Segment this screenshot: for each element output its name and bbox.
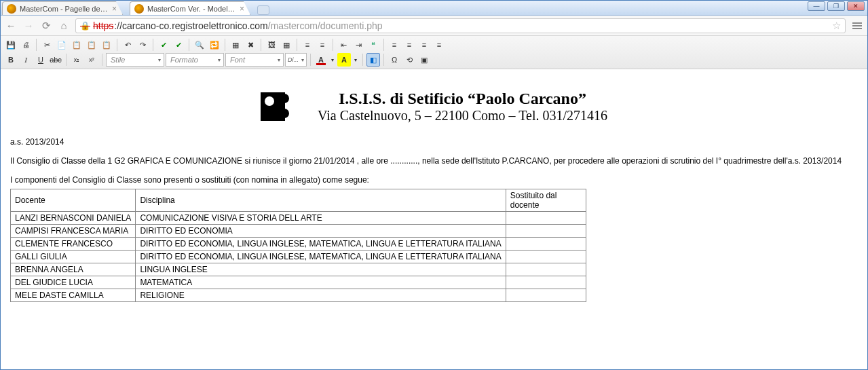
cell-disciplina: DIRITTO ED ECONOMIA	[136, 225, 506, 238]
align-left-icon[interactable]: ≡	[388, 38, 401, 52]
cut-icon[interactable]: ✂	[40, 38, 54, 52]
underline-button[interactable]: U	[34, 53, 48, 67]
col-docente: Docente	[11, 189, 136, 212]
url-domain: ://carcano-co.registroelettronico.com	[114, 20, 267, 31]
cell-disciplina: DIRITTO ED ECONOMIA, LINGUA INGLESE, MAT…	[136, 238, 506, 251]
bookmark-star-icon[interactable]: ☆	[832, 20, 841, 32]
spellcheck-toggle-icon[interactable]: ✔	[172, 38, 185, 52]
table-header-row: Docente Disciplina Sostituito dal docent…	[11, 189, 586, 212]
outdent-icon[interactable]: ⇤	[337, 38, 350, 52]
save-icon[interactable]: 💾	[4, 38, 18, 52]
tab-inactive[interactable]: MasterCom - Pagelle del Prof ×	[2, 1, 123, 15]
indent-icon[interactable]: ⇥	[352, 38, 365, 52]
subscript-button[interactable]: x₂	[70, 53, 83, 67]
remove-format-icon[interactable]: ✖	[244, 38, 257, 52]
cell-sost	[506, 238, 586, 251]
bold-button[interactable]: B	[4, 53, 18, 67]
redo-icon[interactable]: ↷	[136, 38, 149, 52]
cell-sost	[506, 225, 586, 238]
special-char-icon[interactable]: Ω	[388, 53, 401, 67]
paste-text-icon[interactable]: 📋	[85, 38, 98, 52]
document-viewport[interactable]: I.S.I.S. di Setificio “Paolo Carcano” Vi…	[1, 69, 867, 369]
back-button[interactable]: ←	[5, 20, 17, 32]
teachers-table: Docente Disciplina Sostituito dal docent…	[10, 189, 586, 302]
style-combo[interactable]: Stile	[106, 53, 164, 67]
ordered-list-icon[interactable]: ≡	[316, 38, 329, 52]
superscript-button[interactable]: x²	[85, 53, 98, 67]
tab-close-icon[interactable]: ×	[112, 4, 117, 14]
align-justify-icon[interactable]: ≡	[432, 38, 446, 52]
forward-button[interactable]: →	[22, 20, 35, 32]
cell-disciplina: LINGUA INGLESE	[136, 263, 506, 276]
table-icon[interactable]: ▦	[280, 38, 293, 52]
titlebar: MasterCom - Pagelle del Prof × MasterCom…	[1, 1, 867, 16]
hamburger-menu-button[interactable]	[851, 20, 863, 32]
cell-docente: DEL GIUDICE LUCIA	[11, 276, 136, 289]
unordered-list-icon[interactable]: ≡	[301, 38, 314, 52]
address-bar[interactable]: 🔒 https ://carcano-co.registroelettronic…	[75, 18, 846, 33]
cell-sost	[506, 263, 586, 276]
school-address: Via Castelnuovo, 5 – 22100 Como – Tel. 0…	[318, 108, 607, 124]
window-controls: — ❐ ✕	[808, 1, 865, 11]
school-year: a.s. 2013/2014	[10, 137, 858, 147]
paragraph-intro: Il Consiglio di Classe della 1 G2 GRAFIC…	[10, 156, 858, 166]
font-combo[interactable]: Font	[225, 53, 284, 67]
school-logo-icon	[261, 90, 301, 124]
paste-icon[interactable]: 📋	[70, 38, 83, 52]
new-tab-button[interactable]	[257, 5, 269, 15]
maximize-button[interactable]: ❐	[827, 1, 845, 11]
bg-color-button[interactable]: A	[337, 53, 351, 67]
navigation-bar: ← → ⟳ ⌂ 🔒 https ://carcano-co.registroel…	[1, 16, 867, 36]
text-color-dropdown-icon[interactable]: ▾	[329, 53, 336, 67]
undo-icon[interactable]: ↶	[121, 38, 134, 52]
align-center-icon[interactable]: ≡	[402, 38, 416, 52]
text-color-button[interactable]: A	[314, 53, 328, 67]
spellcheck-icon[interactable]: ✔	[157, 38, 170, 52]
maximize-editor-icon[interactable]: ▣	[417, 53, 431, 67]
align-right-icon[interactable]: ≡	[417, 38, 431, 52]
tab-label: MasterCom - Pagelle del Prof	[20, 5, 108, 13]
italic-button[interactable]: I	[19, 53, 33, 67]
tab-close-icon[interactable]: ×	[240, 4, 244, 14]
image-icon[interactable]: 🖼	[265, 38, 278, 52]
cell-disciplina: COMUNICAZIONE VISIVA E STORIA DELL ARTE	[136, 212, 506, 225]
table-row: MELE DASTE CAMILLARELIGIONE	[11, 289, 586, 302]
col-sostituito: Sostituito dal docente	[506, 189, 586, 212]
cell-disciplina: RELIGIONE	[136, 289, 506, 302]
print-icon[interactable]: 🖨	[19, 38, 33, 52]
url-scheme: https	[93, 20, 113, 31]
favicon-icon	[134, 4, 144, 14]
strike-button[interactable]: abc	[49, 53, 62, 67]
table-row: GALLI GIULIADIRITTO ED ECONOMIA, LINGUA …	[11, 251, 586, 263]
source-icon[interactable]: ⟲	[402, 53, 416, 67]
show-blocks-icon[interactable]: ◧	[366, 53, 380, 67]
reload-button[interactable]: ⟳	[40, 20, 52, 32]
fontsize-combo[interactable]: Di...	[285, 53, 307, 67]
paragraph-components: I componenti del Consiglio di Classe son…	[10, 175, 858, 185]
bg-color-dropdown-icon[interactable]: ▾	[352, 53, 359, 67]
blockquote-icon[interactable]: ❝	[366, 38, 380, 52]
tab-active[interactable]: MasterCom Ver. - Modello di ×	[130, 1, 250, 15]
paste-word-icon[interactable]: 📋	[100, 38, 113, 52]
table-row: LANZI BERNASCONI DANIELACOMUNICAZIONE VI…	[11, 212, 586, 225]
url-path: /mastercom/documenti.php	[268, 20, 383, 31]
cell-docente: BRENNA ANGELA	[11, 263, 136, 276]
home-button[interactable]: ⌂	[58, 20, 70, 32]
cell-sost	[506, 212, 586, 225]
browser-window: MasterCom - Pagelle del Prof × MasterCom…	[0, 0, 868, 370]
cell-docente: LANZI BERNASCONI DANIELA	[11, 212, 136, 225]
editor-toolbar: 💾 🖨 ✂ 📄 📋 📋 📋 ↶ ↷ ✔ ✔ 🔍 🔁 ▦ ✖ 🖼 ▦ ≡	[1, 36, 867, 69]
minimize-button[interactable]: —	[808, 1, 825, 11]
school-name: I.S.I.S. di Setificio “Paolo Carcano”	[318, 90, 607, 108]
format-combo[interactable]: Formato	[166, 53, 224, 67]
document-body[interactable]: I.S.I.S. di Setificio “Paolo Carcano” Vi…	[1, 69, 867, 309]
favicon-icon	[7, 4, 16, 14]
cell-docente: MELE DASTE CAMILLA	[11, 289, 136, 302]
select-all-icon[interactable]: ▦	[229, 38, 242, 52]
tab-label: MasterCom Ver. - Modello di	[147, 5, 235, 13]
copy-icon[interactable]: 📄	[55, 38, 69, 52]
replace-icon[interactable]: 🔁	[208, 38, 221, 52]
find-icon[interactable]: 🔍	[193, 38, 206, 52]
close-window-button[interactable]: ✕	[847, 1, 865, 11]
cell-sost	[506, 276, 586, 289]
